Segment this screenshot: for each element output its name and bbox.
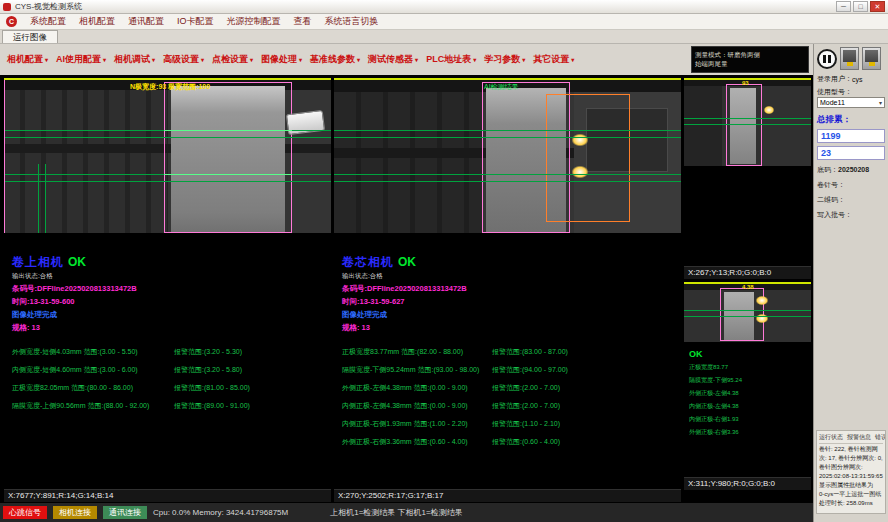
- camera-title: 卷芯相机: [342, 255, 394, 269]
- measure-row: 外侧宽度-短侧4.03mm 范围:(3.00 - 5.50)报警范围:(3.20…: [12, 347, 327, 357]
- measure-line-bright: [164, 174, 292, 175]
- menu-item-light-config[interactable]: 光源控制配置: [227, 15, 281, 28]
- measure-text: 外侧宽度-短侧4.03mm 范围:(3.00 - 5.50): [12, 347, 174, 357]
- mid-camera-image[interactable]: AI检测结果: [334, 78, 681, 233]
- left-camera-image[interactable]: N极宽度:93 极宽范围:100: [4, 78, 331, 233]
- roi-rect-orange: [546, 94, 630, 222]
- toolbar-button-label: 图像处理: [261, 53, 297, 66]
- field-row: 底码：20250208: [817, 165, 885, 175]
- roi-edge-pink: [4, 80, 5, 233]
- pause-icon: [828, 55, 831, 63]
- right-top-camera-image[interactable]: 93: [684, 78, 811, 166]
- chevron-down-icon: ▾: [415, 56, 418, 63]
- chevron-down-icon: ▾: [522, 56, 525, 63]
- toolbar-button-label: 学习参数: [484, 53, 520, 66]
- rule-text: 规格: 13: [342, 323, 677, 333]
- toolbar-button-baseline-params[interactable]: 基准线参数▾: [307, 50, 363, 69]
- connector-part: [286, 110, 325, 135]
- toolbar-button-image-process[interactable]: 图像处理▾: [258, 50, 305, 69]
- maximize-button[interactable]: □: [853, 1, 868, 12]
- stats-tab[interactable]: 运行状态: [819, 433, 843, 442]
- brand-logo-icon: C: [6, 16, 17, 27]
- login-user-value: cys: [852, 76, 863, 83]
- model-label: 使用型号：: [817, 87, 852, 97]
- measure-row: 内侧正极-左侧4.38mm 范围:(0.00 - 9.00)报警范围:(2.00…: [342, 401, 677, 411]
- tab-run-image[interactable]: 运行图像: [2, 30, 58, 43]
- menu-item-io-config[interactable]: IO卡配置: [177, 15, 214, 28]
- minimize-button[interactable]: ─: [836, 1, 851, 12]
- stats-box: 运行状态 报警信息 错误信息 卷针: 222, 卷针检测网 次: 17, 卷针分…: [816, 430, 886, 514]
- stats-line: 卷针图分辨网次:: [819, 464, 883, 471]
- toolbar-button-label: 基准线参数: [310, 53, 355, 66]
- measure-text: 正极宽度82.05mm 范围:(80.00 - 86.00): [12, 383, 174, 393]
- alarm-text: 报警范围:(83.00 - 87.00): [492, 347, 677, 357]
- pause-button[interactable]: [817, 49, 837, 69]
- right-bottom-camera-view: 4.38 OK 正极宽度83.77 隔膜宽度-下侧95.24 外侧正极-左侧4.…: [684, 281, 811, 490]
- stats-tab[interactable]: 报警信息: [847, 433, 871, 442]
- toolbar-button-advanced[interactable]: 高级设置▾: [160, 50, 207, 69]
- barcode-text: 条码号:DFFline2025020813313472B: [12, 284, 327, 294]
- overlay-measure-text: 93: [742, 80, 749, 86]
- output-status: 输出状态:合格: [342, 272, 677, 281]
- overlay-measure-text: N极宽度:93 极宽范围:100: [130, 82, 210, 92]
- thumbnail-badge: [847, 62, 853, 66]
- thumbnail-icon: [865, 50, 878, 62]
- highlight-spot: [756, 296, 768, 305]
- toolbar-button-ai-config[interactable]: AI使用配置▾: [53, 50, 109, 69]
- ok-status: OK: [68, 255, 86, 269]
- menu-item-view[interactable]: 查看: [294, 15, 312, 28]
- toolbar-button-camera-debug[interactable]: 相机调试▾: [111, 50, 158, 69]
- side-panel: 登录用户： cys 使用型号： Mode11 ▾ 总排累： 1199 23 底码…: [813, 44, 888, 522]
- close-button[interactable]: ✕: [870, 1, 885, 12]
- field-label: 写入批号：: [817, 211, 852, 218]
- info-line: 始端两尾量: [695, 59, 805, 68]
- process-status: 图像处理完成: [342, 310, 677, 320]
- stats-tab[interactable]: 错误信息: [875, 433, 886, 442]
- right-bottom-result-block: OK 正极宽度83.77 隔膜宽度-下侧95.24 外侧正极-左侧4.38 内侧…: [689, 349, 742, 437]
- measure-line: [334, 130, 681, 131]
- menu-item-system-config[interactable]: 系统配置: [30, 15, 66, 28]
- measure-row: 内侧正极-右侧1.93mm 范围:(1.00 - 2.20)报警范围:(1.10…: [342, 419, 677, 429]
- right-top-pixel-coords: X:267;Y:13;R:0;G:0;B:0: [684, 266, 811, 279]
- overlay-ai-text: AI检测结果: [484, 82, 519, 92]
- heartbeat-indicator[interactable]: 心跳信号: [3, 506, 47, 519]
- field-label: 卷针号：: [817, 181, 845, 188]
- toolbar-button-spot-check[interactable]: 点检设置▾: [209, 50, 256, 69]
- stats-line: 0-cys一平上运批一图纸: [819, 491, 883, 498]
- camera-link-indicator[interactable]: 相机连接: [53, 506, 97, 519]
- measure-text: 外侧正极-左侧4.38: [689, 389, 742, 398]
- stats-line: 显示图属性批结果为: [819, 482, 883, 489]
- image-preview-button[interactable]: [862, 47, 881, 70]
- rule-text: 规格: 13: [12, 323, 327, 333]
- comm-link-indicator[interactable]: 通讯连接: [103, 506, 147, 519]
- ok-status: OK: [398, 255, 416, 269]
- measure-line: [684, 118, 811, 119]
- alarm-text: 报警范围:(1.10 - 2.10): [492, 419, 677, 429]
- field-label: 底码：: [817, 166, 838, 173]
- measure-text: 隔膜宽度-上侧90.56mm 范围:(88.00 - 92.00): [12, 401, 174, 411]
- toolbar-button-plc-table[interactable]: PLC地址表▾: [423, 50, 479, 69]
- left-result-block: 卷上相机OK 输出状态:合格 条码号:DFFline20250208133134…: [12, 252, 327, 419]
- model-select[interactable]: Mode11 ▾: [817, 97, 885, 108]
- measure-line-vertical: [38, 164, 39, 233]
- menu-item-comm-config[interactable]: 通讯配置: [128, 15, 164, 28]
- chevron-down-icon: ▾: [357, 56, 360, 63]
- total-count-label: 总排累：: [817, 114, 885, 126]
- cpu-memory-text: Cpu: 0.0% Memory: 3424.41796875M: [153, 508, 288, 517]
- toolbar-button-sensor-test[interactable]: 测试传感器▾: [365, 50, 421, 69]
- right-bottom-camera-image[interactable]: 4.38: [684, 282, 811, 342]
- toolbar-button-camera-config[interactable]: 相机配置▾: [4, 50, 51, 69]
- measure-text: 内侧正极-右侧1.93: [689, 415, 742, 424]
- menu-item-camera-config[interactable]: 相机配置: [79, 15, 115, 28]
- measure-text: 正极宽度83.77mm 范围:(82.00 - 88.00): [342, 347, 492, 357]
- toolbar-button-other-settings[interactable]: 其它设置▾: [530, 50, 577, 69]
- toolbar-button-label: 其它设置: [533, 53, 569, 66]
- chevron-down-icon: ▾: [250, 56, 253, 63]
- menu-item-language[interactable]: 系统语言切换: [325, 15, 379, 28]
- side-panel-buttons: [817, 47, 885, 70]
- stats-line: 次: 17, 卷针分辨网次: 0,: [819, 455, 883, 462]
- measure-line-vertical: [45, 164, 46, 233]
- image-preview-button[interactable]: [840, 47, 859, 70]
- toolbar-button-learn-params[interactable]: 学习参数▾: [481, 50, 528, 69]
- measure-text: 内侧宽度-短侧4.60mm 范围:(3.00 - 6.00): [12, 365, 174, 375]
